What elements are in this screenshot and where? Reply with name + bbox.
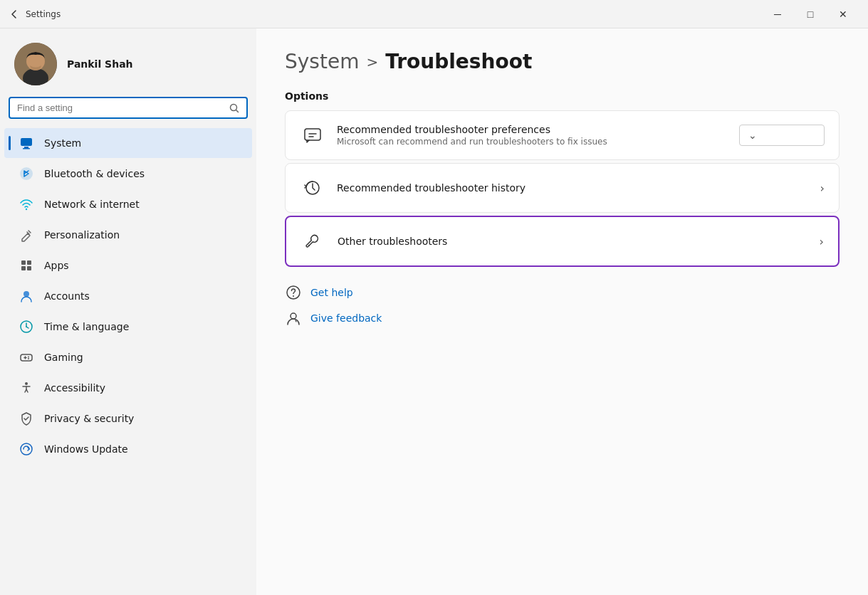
option-card-action-prefs: ⌄: [739, 125, 825, 146]
search-icon: [229, 103, 239, 113]
network-icon: [19, 196, 34, 212]
sidebar-item-update[interactable]: Windows Update: [4, 434, 252, 464]
gaming-icon: [19, 349, 34, 365]
maximize-button[interactable]: □: [794, 0, 827, 28]
svg-point-17: [28, 357, 29, 358]
search-container: [0, 97, 256, 127]
option-card-title-other: Other troubleshooters: [338, 236, 808, 247]
svg-rect-21: [305, 129, 320, 140]
sidebar-item-label-network: Network & internet: [44, 199, 140, 210]
svg-rect-5: [24, 147, 28, 148]
sidebar-item-label-apps: Apps: [44, 260, 69, 271]
main-content: System > Troubleshoot Options Recommende…: [256, 28, 868, 595]
sidebar-item-network[interactable]: Network & internet: [4, 189, 252, 219]
sidebar-item-accounts[interactable]: Accounts: [4, 281, 252, 311]
accessibility-icon: [19, 380, 34, 396]
get-help-link[interactable]: Get help: [285, 284, 840, 301]
time-icon: [19, 319, 34, 335]
option-card-content-history: Recommended troubleshooter history: [337, 182, 809, 194]
sidebar-item-label-gaming: Gaming: [44, 352, 83, 363]
close-button[interactable]: ✕: [827, 0, 859, 28]
sidebar-item-system[interactable]: System: [4, 128, 252, 158]
sidebar-item-label-personalization: Personalization: [44, 229, 120, 241]
sidebar-item-label-bluetooth: Bluetooth & devices: [44, 168, 145, 179]
svg-rect-11: [21, 266, 26, 270]
give-feedback-label: Give feedback: [310, 312, 382, 324]
user-name: Pankil Shah: [67, 58, 133, 70]
search-input[interactable]: [17, 102, 224, 113]
option-card-title-history: Recommended troubleshooter history: [337, 182, 809, 194]
sidebar-item-accessibility[interactable]: Accessibility: [4, 373, 252, 403]
svg-rect-6: [23, 148, 30, 149]
user-profile[interactable]: Pankil Shah: [0, 28, 256, 97]
chat-icon: [300, 122, 325, 148]
breadcrumb-parent[interactable]: System: [285, 50, 359, 73]
svg-point-8: [26, 209, 27, 210]
sidebar-item-label-accessibility: Accessibility: [44, 382, 105, 394]
svg-rect-4: [21, 138, 32, 146]
chevron-right-icon-history: ›: [820, 181, 825, 195]
option-card-other[interactable]: Other troubleshooters ›: [285, 216, 840, 267]
sidebar-item-privacy[interactable]: Privacy & security: [4, 404, 252, 433]
option-card-content-prefs: Recommended troubleshooter preferences M…: [337, 124, 728, 147]
svg-point-18: [28, 358, 29, 359]
title-bar: Settings ─ □ ✕: [0, 0, 868, 28]
personalization-icon: [19, 227, 34, 243]
history-icon: [300, 175, 325, 201]
option-card-subtitle-prefs: Microsoft can recommend and run troubles…: [337, 137, 728, 147]
preferences-dropdown[interactable]: ⌄: [739, 125, 825, 146]
wrench-icon: [300, 228, 326, 254]
option-card-recommended-prefs[interactable]: Recommended troubleshooter preferences M…: [285, 110, 840, 160]
svg-point-13: [23, 291, 29, 297]
svg-point-25: [293, 295, 294, 297]
bluetooth-icon: [19, 166, 34, 181]
svg-point-20: [21, 443, 32, 455]
sidebar-nav: System Bluetooth & devices: [0, 127, 256, 465]
sidebar-item-label-privacy: Privacy & security: [44, 413, 134, 424]
svg-point-23: [308, 245, 310, 246]
sidebar-item-label-accounts: Accounts: [44, 290, 90, 302]
svg-point-7: [20, 167, 33, 180]
svg-rect-9: [21, 260, 26, 265]
get-help-label: Get help: [310, 287, 353, 298]
accounts-icon: [19, 288, 34, 304]
sidebar-item-label-update: Windows Update: [44, 443, 128, 455]
system-icon: [19, 135, 34, 151]
sidebar-item-label-system: System: [44, 137, 81, 149]
svg-point-19: [25, 382, 28, 385]
chevron-down-icon: ⌄: [748, 130, 757, 141]
sidebar-item-apps[interactable]: Apps: [4, 251, 252, 280]
svg-point-26: [291, 313, 296, 319]
option-card-content-other: Other troubleshooters: [338, 236, 808, 247]
give-feedback-icon: [285, 310, 302, 327]
breadcrumb-current: Troubleshoot: [385, 50, 532, 73]
app-layout: Pankil Shah: [0, 28, 868, 595]
minimize-button[interactable]: ─: [761, 0, 794, 28]
search-box: [9, 97, 248, 119]
sidebar-item-personalization[interactable]: Personalization: [4, 220, 252, 250]
chevron-right-icon-other: ›: [820, 235, 824, 248]
window-controls: ─ □ ✕: [761, 0, 859, 28]
get-help-icon: [285, 284, 302, 301]
back-icon[interactable]: [9, 9, 20, 20]
svg-rect-10: [27, 260, 31, 265]
option-card-title-prefs: Recommended troubleshooter preferences: [337, 124, 728, 135]
give-feedback-link[interactable]: Give feedback: [285, 310, 840, 327]
section-label: Options: [285, 90, 840, 102]
option-card-history[interactable]: Recommended troubleshooter history ›: [285, 163, 840, 213]
sidebar-item-gaming[interactable]: Gaming: [4, 342, 252, 372]
sidebar-item-time[interactable]: Time & language: [4, 312, 252, 342]
breadcrumb: System > Troubleshoot: [285, 50, 840, 73]
sidebar: Pankil Shah: [0, 28, 256, 595]
svg-point-15: [26, 326, 27, 327]
sidebar-item-label-time: Time & language: [44, 321, 129, 332]
svg-rect-12: [27, 266, 31, 270]
app-title: Settings: [26, 9, 61, 19]
privacy-icon: [19, 411, 34, 426]
avatar: [14, 43, 57, 85]
sidebar-item-bluetooth[interactable]: Bluetooth & devices: [4, 159, 252, 189]
avatar-image: [14, 43, 57, 85]
breadcrumb-separator: >: [366, 53, 378, 70]
help-links: Get help Give feedback: [285, 284, 840, 327]
apps-icon: [19, 258, 34, 273]
